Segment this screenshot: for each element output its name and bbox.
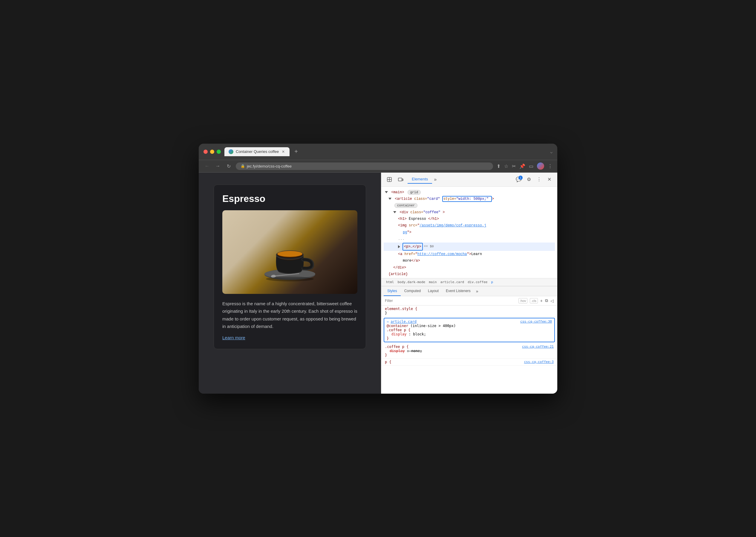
- html-line-article-frag: {article}: [384, 271, 555, 277]
- css-rule-p-header: p { css-cq-coffee:3: [385, 360, 554, 364]
- html-line-img-cont: pg">: [384, 229, 555, 236]
- html-tree: <main> grid <article class="card" style=…: [381, 189, 557, 278]
- css-rule-coffee-p-body: display : none;: [385, 349, 554, 353]
- article-open-tag: <article: [395, 197, 412, 201]
- grid-badge: grid: [408, 190, 421, 195]
- address-input[interactable]: 🔒 jec.fyi/demo/css-cq-coffee: [236, 162, 493, 170]
- html-line-a[interactable]: <a href="http://coffee.com/mocha">Learn: [384, 251, 555, 258]
- element-style-selector: element.style {: [385, 307, 417, 311]
- styles-tab-styles[interactable]: Styles: [384, 286, 401, 296]
- html-line-a-cont: more</a>: [384, 258, 555, 264]
- devtools-panel: Elements » 💬 1 ⚙ ⋮ ✕: [381, 173, 557, 393]
- article-card-link[interactable]: article.card: [390, 319, 417, 324]
- close-traffic-light[interactable]: [203, 150, 208, 154]
- breadcrumb-main[interactable]: main: [427, 279, 438, 285]
- coffee-p-selector2: .coffee p {: [385, 345, 409, 349]
- at-container-rule: @container: [387, 324, 408, 328]
- tab-more-button[interactable]: »: [432, 175, 438, 184]
- pin-icon[interactable]: 📌: [519, 163, 525, 169]
- copy-icon[interactable]: ⧉: [545, 298, 548, 303]
- img-close: ">: [407, 230, 411, 234]
- svg-point-12: [266, 276, 314, 281]
- css-source-21[interactable]: css-cq-coffee:21: [522, 345, 554, 349]
- html-line-article[interactable]: <article class="card" style="width: 500p…: [384, 196, 555, 202]
- tab-elements[interactable]: Elements: [408, 175, 432, 184]
- profile-avatar[interactable]: [537, 162, 544, 170]
- html-line-h1[interactable]: <h1> Espresso </h1>: [384, 216, 555, 222]
- maximize-traffic-light[interactable]: [217, 150, 221, 154]
- styles-tab-event-listeners[interactable]: Event Listeners: [442, 286, 474, 296]
- filter-input[interactable]: [385, 299, 516, 303]
- tab-title: Container Queries coffee: [236, 149, 279, 154]
- styles-tab-more[interactable]: »: [474, 286, 480, 296]
- element-style-close: }: [385, 311, 387, 315]
- html-line-p[interactable]: <p>…</p> == $0: [384, 242, 555, 251]
- styles-panel: Styles Computed Layout Event Listeners »…: [381, 286, 557, 393]
- coffee-description: Espresso is the name of a highly concent…: [222, 300, 357, 330]
- collapse-icon[interactable]: ◁: [551, 298, 554, 303]
- breadcrumb-p[interactable]: p: [490, 279, 494, 285]
- img-src-quote: ": [418, 224, 420, 227]
- h1-open: <h1>: [398, 217, 407, 221]
- settings-button[interactable]: ⚙: [524, 175, 533, 184]
- add-style-rule-icon[interactable]: +: [540, 298, 543, 303]
- a-href-quote: ": [415, 252, 418, 256]
- html-line-dots: ...: [384, 236, 555, 242]
- html-line-main[interactable]: <main> grid: [384, 189, 555, 196]
- menu-icon[interactable]: ⋮: [548, 163, 553, 169]
- img-src-link[interactable]: /assets/img/demo/cof-espresso.j: [420, 224, 486, 227]
- breadcrumb-div[interactable]: div.coffee: [467, 279, 489, 285]
- chat-button[interactable]: 💬 1: [514, 175, 523, 184]
- refresh-button[interactable]: ↻: [225, 163, 232, 169]
- forward-button[interactable]: →: [214, 163, 221, 169]
- expand-article-arrow[interactable]: [388, 198, 391, 200]
- css-rule-element-style: element.style { }: [381, 306, 557, 316]
- breadcrumb-article[interactable]: article.card: [439, 279, 465, 285]
- bookmark-icon[interactable]: ☆: [504, 163, 508, 169]
- container-condition: (inline-size > 400px): [410, 324, 456, 328]
- svg-rect-16: [398, 178, 402, 181]
- new-tab-button[interactable]: +: [292, 148, 300, 155]
- active-tab[interactable]: Container Queries coffee ✕: [224, 147, 289, 156]
- tab-dropdown-button[interactable]: ⌵: [550, 149, 553, 154]
- expand-main-arrow[interactable]: [385, 191, 388, 193]
- learn-more-link[interactable]: Learn more: [222, 335, 245, 340]
- coffee-card: Espresso: [214, 185, 366, 349]
- responsive-icon[interactable]: [396, 175, 405, 184]
- more-options-button[interactable]: ⋮: [535, 175, 544, 184]
- filter-hov-hint[interactable]: :hov: [518, 298, 528, 304]
- breadcrumb-html[interactable]: html: [385, 279, 395, 285]
- styles-tab-computed[interactable]: Computed: [401, 286, 424, 296]
- main-tag: <main>: [391, 190, 404, 194]
- inspector-icon[interactable]: [385, 175, 394, 184]
- expand-p-arrow[interactable]: [398, 245, 400, 248]
- close-devtools-button[interactable]: ✕: [545, 175, 554, 184]
- back-button[interactable]: ←: [203, 163, 211, 169]
- main-content: Espresso: [199, 173, 557, 393]
- filter-cls-hint[interactable]: .cls: [530, 298, 538, 304]
- css-source-30[interactable]: css-cq-coffee:30: [520, 319, 552, 332]
- a-href-close: ": [467, 252, 469, 256]
- breadcrumb-body[interactable]: body.dark-mode: [396, 279, 427, 285]
- html-line-div-coffee[interactable]: <div class="coffee" >: [384, 209, 555, 216]
- css-rule-container-header: → article.card @container (inline-size >…: [387, 319, 552, 332]
- side-panel-icon[interactable]: ▭: [529, 163, 533, 169]
- article-style-attr: style=: [443, 197, 456, 201]
- a-href-link[interactable]: http://coffee.com/mocha: [418, 252, 467, 256]
- expand-div-arrow[interactable]: [393, 211, 396, 213]
- rule2-close-brace: }: [385, 353, 387, 357]
- share-icon[interactable]: ⬆: [497, 163, 501, 169]
- lock-icon: 🔒: [241, 164, 245, 168]
- p-tag: <p>…</p>: [404, 244, 421, 250]
- css-rules: element.style { } → article.card @contai…: [381, 306, 557, 393]
- browser-window: Container Queries coffee ✕ + ⌵ ← → ↻ 🔒 j…: [199, 144, 557, 393]
- chat-badge-count: 1: [518, 176, 523, 180]
- styles-tab-layout[interactable]: Layout: [424, 286, 442, 296]
- display-block-value: block;: [413, 332, 426, 336]
- dollar-eq: == $0: [424, 244, 434, 249]
- css-source-3[interactable]: css-cq-coffee:3: [524, 360, 554, 364]
- tab-close-button[interactable]: ✕: [281, 149, 286, 154]
- html-line-img[interactable]: <img src="/assets/img/demo/cof-espresso.…: [384, 222, 555, 229]
- extension-icon[interactable]: ✂: [512, 163, 516, 169]
- minimize-traffic-light[interactable]: [210, 150, 214, 154]
